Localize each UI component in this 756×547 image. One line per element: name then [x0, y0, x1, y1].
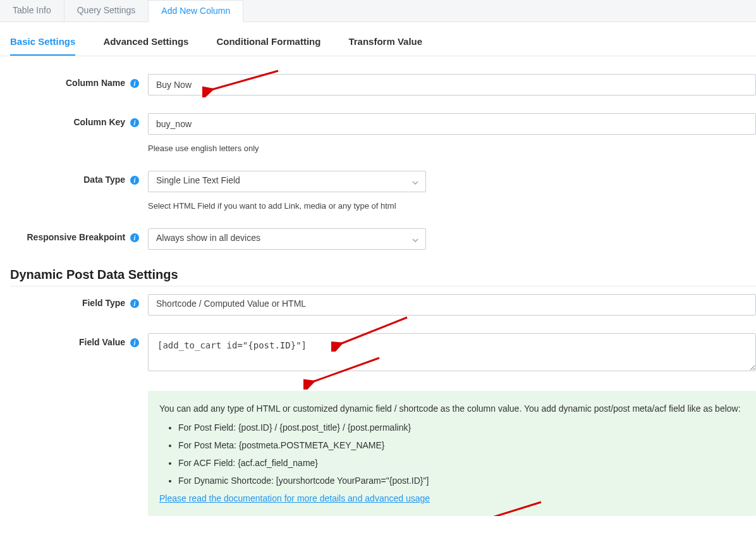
- sub-tabs: Basic Settings Advanced Settings Conditi…: [0, 22, 756, 56]
- label-data-type: Data Type: [83, 175, 125, 185]
- info-panel: You can add any type of HTML or customiz…: [148, 391, 756, 516]
- subtab-conditional-formatting[interactable]: Conditional Formatting: [216, 36, 320, 56]
- info-icon[interactable]: i: [130, 338, 139, 347]
- tab-add-new-column[interactable]: Add New Column: [149, 0, 243, 22]
- info-icon[interactable]: i: [130, 176, 139, 185]
- list-item: For ACF Field: {acf.acf_field_name}: [178, 458, 745, 468]
- subtab-advanced-settings[interactable]: Advanced Settings: [103, 36, 188, 56]
- tab-query-settings[interactable]: Query Settings: [64, 0, 149, 22]
- row-column-key: Column Key i Please use english letters …: [0, 113, 756, 153]
- label-field-type: Field Type: [82, 298, 125, 308]
- info-panel-list: For Post Field: {post.ID} / {post.post_t…: [159, 422, 745, 486]
- tab-table-info[interactable]: Table Info: [0, 0, 64, 22]
- row-responsive: Responsive Breakpoint i Always show in a…: [0, 228, 756, 250]
- label-column-name: Column Name: [66, 78, 125, 88]
- row-field-type: Field Type i Shortcode / Computed Value …: [0, 294, 756, 316]
- list-item: For Post Meta: {postmeta.POSTMETA_KEY_NA…: [178, 440, 745, 450]
- data-type-select[interactable]: Single Line Text Field: [148, 171, 426, 192]
- row-data-type: Data Type i Single Line Text Field Selec…: [0, 171, 756, 211]
- column-name-input[interactable]: [148, 74, 756, 95]
- subtab-basic-settings[interactable]: Basic Settings: [10, 36, 75, 56]
- helper-column-key: Please use english letters only: [148, 144, 756, 153]
- subtab-transform-value[interactable]: Transform Value: [348, 36, 422, 56]
- section-heading-dynamic: Dynamic Post Data Settings: [10, 267, 756, 286]
- label-column-key: Column Key: [73, 117, 125, 127]
- info-icon[interactable]: i: [130, 233, 139, 242]
- info-icon[interactable]: i: [130, 118, 139, 127]
- field-type-select[interactable]: Shortcode / Computed Value or HTML: [148, 294, 756, 316]
- list-item: For Dynamic Shortcode: [yourshortcode Yo…: [178, 476, 745, 486]
- info-icon[interactable]: i: [130, 79, 139, 88]
- row-field-value: Field Value i: [0, 333, 756, 373]
- info-panel-lead: You can add any type of HTML or customiz…: [159, 403, 745, 414]
- row-column-name: Column Name i: [0, 74, 756, 95]
- label-field-value: Field Value: [79, 337, 125, 347]
- field-value-textarea[interactable]: [148, 333, 756, 371]
- responsive-select[interactable]: Always show in all devices: [148, 228, 426, 250]
- info-icon[interactable]: i: [130, 299, 139, 308]
- label-responsive: Responsive Breakpoint: [27, 232, 126, 242]
- top-tabs: Table Info Query Settings Add New Column: [0, 0, 756, 22]
- column-key-input[interactable]: [148, 113, 756, 135]
- list-item: For Post Field: {post.ID} / {post.post_t…: [178, 422, 745, 433]
- documentation-link[interactable]: Please read the documentation for more d…: [159, 493, 430, 503]
- helper-data-type: Select HTML Field if you want to add Lin…: [148, 201, 756, 211]
